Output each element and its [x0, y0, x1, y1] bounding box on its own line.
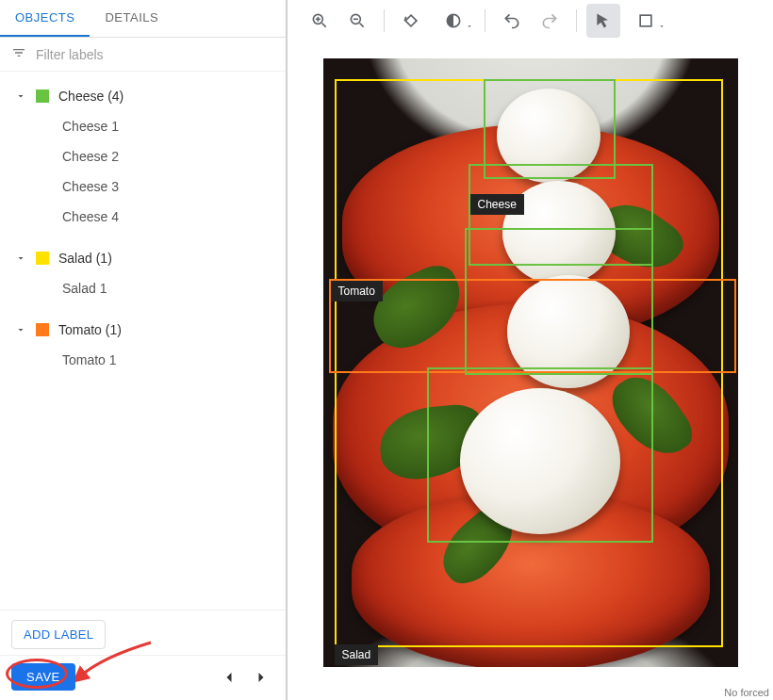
tab-objects[interactable]: OBJECTS — [0, 0, 90, 37]
main: Salad Tomato Cheese No forced — [288, 0, 773, 700]
tree-group-label: Cheese (4) — [58, 89, 123, 104]
tree-item-cheese-4[interactable]: Cheese 4 — [0, 202, 286, 232]
tree-item-cheese-3[interactable]: Cheese 3 — [0, 171, 286, 202]
brightness-button[interactable] — [432, 4, 475, 38]
tree-group-cheese[interactable]: Cheese (4) — [0, 81, 286, 111]
toolbar-separator — [384, 9, 385, 32]
status-text: No forced — [724, 687, 769, 698]
bbox-label-tomato: Tomato — [331, 281, 383, 301]
tree-item-cheese-2[interactable]: Cheese 2 — [0, 141, 286, 171]
toolbar — [288, 0, 773, 41]
filter-row — [0, 38, 286, 72]
color-swatch-tomato — [36, 323, 49, 336]
toolbar-separator — [485, 9, 485, 32]
redo-button[interactable] — [533, 4, 567, 38]
color-swatch-salad — [36, 252, 49, 265]
tree-group-salad[interactable]: Salad (1) — [0, 243, 286, 273]
tree-item-tomato-1[interactable]: Tomato 1 — [0, 345, 286, 375]
tabs: OBJECTS DETAILS — [0, 0, 286, 38]
chevron-down-icon — [15, 252, 26, 264]
select-tool-button[interactable] — [586, 4, 620, 38]
svg-line-5 — [360, 24, 364, 27]
bbox-label-salad: Salad — [335, 644, 379, 665]
next-button[interactable] — [248, 664, 274, 691]
chevron-down-icon — [15, 90, 26, 102]
image-frame: Salad Tomato Cheese — [323, 58, 738, 667]
color-swatch-cheese — [36, 90, 49, 103]
bbox-label-cheese: Cheese — [470, 194, 524, 215]
svg-rect-9 — [640, 15, 651, 26]
pager — [216, 664, 274, 691]
svg-rect-7 — [405, 15, 417, 26]
zoom-in-button[interactable] — [303, 4, 337, 38]
add-label-button[interactable]: ADD LABEL — [11, 620, 106, 649]
sidebar-footer: SAVE — [0, 655, 286, 700]
bbox-tool-button[interactable] — [624, 4, 667, 38]
tree-item-cheese-1[interactable]: Cheese 1 — [0, 111, 286, 141]
filter-icon — [11, 45, 26, 63]
tree-group-tomato[interactable]: Tomato (1) — [0, 315, 286, 345]
canvas[interactable]: Salad Tomato Cheese — [288, 41, 773, 700]
tab-details[interactable]: DETAILS — [90, 0, 173, 37]
sidebar-bottom: ADD LABEL — [0, 610, 286, 655]
sidebar: OBJECTS DETAILS Cheese (4) Cheese 1 Chee… — [0, 0, 288, 700]
undo-button[interactable] — [495, 4, 529, 38]
prev-button[interactable] — [216, 664, 242, 691]
toolbar-separator — [576, 9, 577, 32]
bbox-cheese-3[interactable] — [465, 228, 653, 375]
filter-input[interactable] — [36, 47, 274, 62]
svg-line-1 — [322, 24, 326, 27]
chevron-down-icon — [15, 324, 26, 335]
zoom-out-button[interactable] — [340, 4, 374, 38]
save-button[interactable]: SAVE — [11, 663, 75, 691]
rotate-button[interactable] — [394, 4, 428, 38]
tree-group-label: Tomato (1) — [58, 322, 122, 337]
bbox-cheese-4[interactable] — [427, 367, 653, 543]
tree-group-label: Salad (1) — [58, 251, 112, 266]
label-tree: Cheese (4) Cheese 1 Cheese 2 Cheese 3 Ch… — [0, 72, 286, 610]
tree-item-salad-1[interactable]: Salad 1 — [0, 273, 286, 303]
